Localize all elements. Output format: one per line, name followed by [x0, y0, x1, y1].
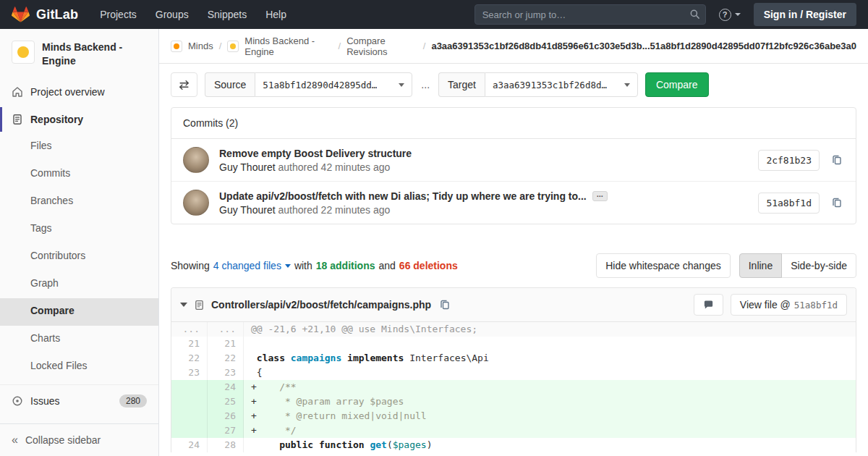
diff-old-line-number[interactable]: 24 — [171, 438, 208, 452]
sidebar-item-locked-files[interactable]: Locked Files — [0, 353, 158, 381]
nav-help[interactable]: Help — [265, 9, 286, 20]
diff-old-line-number[interactable] — [171, 394, 208, 409]
breadcrumb-separator — [339, 41, 341, 51]
search-input[interactable] — [475, 4, 706, 25]
diff-new-line-number[interactable]: ... — [208, 322, 244, 337]
commit-title-link[interactable]: Update api/v2/boost/fetch with new Di al… — [219, 190, 608, 202]
diff-old-line-number[interactable]: 23 — [171, 366, 208, 380]
code-token: Interfaces\Api — [404, 352, 488, 363]
hide-whitespace-button[interactable]: Hide whitespace changes — [596, 253, 731, 278]
commit-meta: Guy Thouret authored 42 minutes ago — [219, 161, 412, 173]
diff-hunk-header: @@ -21,6 +21,10 @@ use Minds\Interfaces; — [244, 322, 856, 337]
breadcrumb-project[interactable]: Minds Backend - Engine — [244, 35, 332, 57]
diff-line-content: { — [244, 366, 856, 380]
code-token — [313, 439, 319, 450]
commit-sha-link[interactable]: 51a8bf1d — [758, 193, 820, 214]
gitlab-tanuki-icon — [12, 6, 30, 23]
comment-button[interactable] — [694, 294, 723, 316]
swap-revisions-button[interactable] — [171, 72, 197, 97]
view-file-button[interactable]: View file @ 51a8bf1d — [731, 294, 847, 316]
sidebar-item-issues[interactable]: Issues 280 — [0, 384, 158, 415]
author-avatar[interactable] — [183, 190, 209, 216]
sidebar-item-files[interactable]: Files — [0, 133, 158, 161]
commit-title-link[interactable]: Remove empty Boost Delivery structure — [219, 148, 412, 159]
diff-new-line-number[interactable]: 25 — [208, 394, 244, 409]
sign-in-button[interactable]: Sign in / Register — [754, 3, 856, 26]
sidebar-item-repository[interactable]: Repository — [0, 106, 158, 133]
copy-sha-button[interactable] — [830, 195, 844, 210]
sidebar-item-charts[interactable]: Charts — [0, 326, 158, 353]
diff-new-line-number[interactable]: 27 — [208, 423, 244, 438]
code-token: class — [257, 352, 285, 363]
sidebar-item-tags[interactable]: Tags — [0, 216, 158, 243]
sidebar-item-graph[interactable]: Graph — [0, 271, 158, 298]
expand-commit-message-button[interactable] — [592, 191, 608, 201]
target-revision-value: a3aa6391353c1bf26d8d… — [493, 80, 607, 90]
brand-name: GitLab — [36, 7, 78, 22]
commit-author-link[interactable]: Guy Thouret — [219, 204, 276, 216]
diff-old-line-number[interactable]: ... — [171, 322, 208, 337]
target-revision-dropdown[interactable]: a3aa6391353c1bf26d8d… — [485, 72, 638, 97]
breadcrumb-group[interactable]: Minds — [188, 41, 213, 51]
side-by-side-view-button[interactable]: Side-by-side — [781, 253, 856, 278]
code-token: campaigns — [291, 352, 341, 363]
source-revision-group: Source 51a8bf1d2890d42895dd… — [205, 72, 412, 97]
commits-panel-header: Commits (2) — [171, 108, 856, 139]
code-token: + — [251, 410, 285, 421]
sidebar-item-commits[interactable]: Commits — [0, 161, 158, 188]
diff-old-line-number[interactable]: 22 — [171, 351, 208, 366]
gitlab-home-link[interactable]: GitLab — [12, 6, 78, 23]
compare-page: Source 51a8bf1d2890d42895dd… ... Target … — [159, 64, 868, 452]
diff-new-line-number[interactable]: 28 — [208, 438, 244, 452]
commit-author-link[interactable]: Guy Thouret — [219, 161, 276, 173]
breadcrumb-current-sha: a3aa6391353c1bf26d8db41d8596e61c303e5d3b… — [431, 41, 856, 51]
code-token: + — [251, 425, 285, 436]
sidebar-item-branches[interactable]: Branches — [0, 188, 158, 216]
home-icon — [12, 86, 23, 98]
swap-arrows-icon — [179, 80, 190, 90]
help-menu[interactable] — [719, 9, 741, 21]
code-token: * @param array $pages — [285, 396, 404, 407]
diff-line-content: public function get($pages) — [244, 438, 856, 452]
commit-sha-link[interactable]: 2cf81b23 — [758, 150, 820, 171]
diff-file-path[interactable]: Controllers/api/v2/boost/fetch/campaigns… — [211, 299, 431, 311]
diff-old-line-number[interactable]: 21 — [171, 337, 208, 351]
commit-info: Remove empty Boost Delivery structure Gu… — [219, 148, 412, 173]
commit-info: Update api/v2/boost/fetch with new Di al… — [219, 190, 608, 216]
diff-old-line-number[interactable] — [171, 380, 208, 394]
group-avatar-icon — [171, 41, 182, 52]
collapse-diff-icon[interactable] — [180, 303, 187, 307]
diff-new-line-number[interactable]: 24 — [208, 380, 244, 394]
collapse-sidebar-button[interactable]: Collapse sidebar — [0, 423, 158, 456]
author-avatar[interactable] — [183, 147, 209, 173]
diff-new-line-number[interactable]: 23 — [208, 366, 244, 380]
help-icon — [719, 9, 731, 21]
changed-files-dropdown[interactable]: 4 changed files — [213, 260, 291, 271]
nav-groups[interactable]: Groups — [156, 9, 189, 20]
inline-view-button[interactable]: Inline — [739, 253, 782, 278]
nav-snippets[interactable]: Snippets — [208, 9, 247, 20]
project-avatar — [12, 41, 35, 64]
breadcrumb-compare-revisions[interactable]: Compare Revisions — [346, 35, 417, 57]
diff-line-content — [244, 337, 856, 351]
changed-files-label: 4 changed files — [213, 260, 281, 271]
nav-projects[interactable]: Projects — [100, 9, 137, 20]
clipboard-icon — [831, 197, 843, 208]
compare-button[interactable]: Compare — [645, 72, 709, 97]
diff-new-line-number[interactable]: 26 — [208, 409, 244, 423]
copy-sha-button[interactable] — [830, 153, 844, 167]
sidebar-item-label: Project overview — [30, 86, 105, 98]
diff-old-line-number[interactable] — [171, 409, 208, 423]
sidebar-item-compare[interactable]: Compare — [0, 298, 158, 326]
diff-new-line-number[interactable]: 21 — [208, 337, 244, 351]
and-label: and — [378, 260, 395, 271]
sidebar-item-project-overview[interactable]: Project overview — [0, 78, 158, 106]
sidebar-project-context[interactable]: Minds Backend - Engine — [0, 29, 158, 78]
diff-new-line-number[interactable]: 22 — [208, 351, 244, 366]
showing-label: Showing — [171, 260, 210, 271]
diff-old-line-number[interactable] — [171, 423, 208, 438]
commit-meta-text: authored 42 minutes ago — [278, 161, 390, 173]
copy-file-path-button[interactable] — [438, 297, 452, 312]
sidebar-item-contributors[interactable]: Contributors — [0, 243, 158, 271]
source-revision-dropdown[interactable]: 51a8bf1d2890d42895dd… — [255, 72, 412, 97]
